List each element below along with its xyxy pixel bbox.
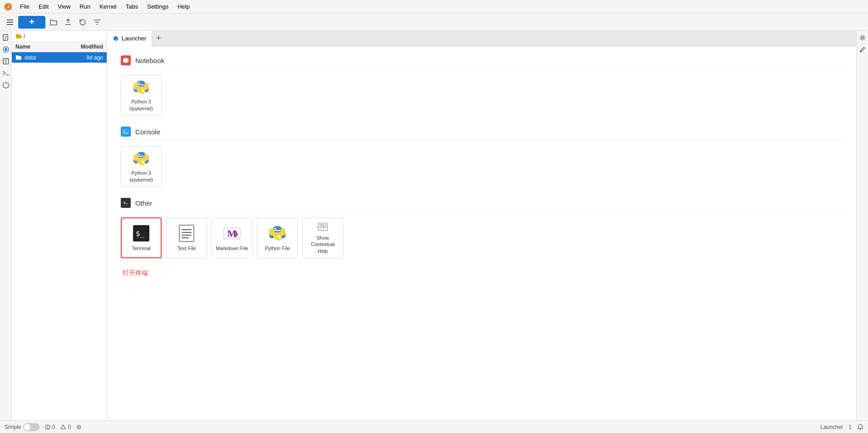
- warning-count: 0: [60, 424, 71, 430]
- contextual-help-item[interactable]: ? Show Contextual Help: [302, 217, 343, 258]
- markdown-launcher-icon: M: [223, 224, 241, 242]
- menu-edit[interactable]: Edit: [35, 2, 52, 11]
- mode-label: Simple: [5, 424, 21, 430]
- upload-button[interactable]: [62, 16, 74, 29]
- python-file-label: Python File: [265, 245, 290, 251]
- running-icon[interactable]: [1, 56, 11, 66]
- warning-count-value: 0: [68, 424, 71, 430]
- svg-text:?: ?: [325, 224, 327, 226]
- extension-icon[interactable]: [1, 80, 11, 90]
- console-icon: [123, 128, 129, 135]
- python3-notebook-label: Python 3(ipykernel): [129, 98, 153, 112]
- status-left: Simple 0 0: [5, 423, 82, 431]
- svg-rect-3: [7, 22, 13, 23]
- menu-settings[interactable]: Settings: [143, 2, 172, 11]
- launcher-content: Notebook Python 3(ipykernel): [107, 46, 856, 420]
- svg-rect-4: [7, 24, 13, 25]
- python3-console-item[interactable]: Python 3(ipykernel): [121, 146, 162, 187]
- console-section-title: Console: [135, 128, 160, 136]
- terminal-launcher-icon: $_: [132, 224, 150, 242]
- launcher-tab[interactable]: J Launcher: [107, 31, 152, 46]
- python3-notebook-item[interactable]: Python 3(ipykernel): [121, 75, 162, 116]
- right-sidebar: [856, 31, 868, 420]
- svg-rect-28: [319, 227, 326, 228]
- svg-point-7: [5, 48, 7, 51]
- python-console-icon: [132, 150, 150, 167]
- notebook-items: Python 3(ipykernel): [121, 75, 843, 116]
- column-name: Name: [15, 44, 30, 50]
- terminal-section-icon: [123, 200, 129, 206]
- annotation-text: 打开终端: [123, 269, 843, 277]
- status-bar: Simple 0 0 Launcher 1: [0, 420, 868, 433]
- menu-kernel[interactable]: Kernel: [96, 2, 120, 11]
- file-panel-header: Name Modified: [12, 42, 107, 52]
- contextual-help-launcher-icon: ?: [314, 221, 332, 232]
- files-icon[interactable]: [1, 33, 11, 43]
- svg-point-23: [274, 228, 276, 230]
- svg-text:J: J: [7, 5, 10, 10]
- sidebar-toggle-button[interactable]: [4, 16, 16, 29]
- column-modified: Modified: [81, 44, 103, 50]
- file-row-data[interactable]: data 8d ago: [12, 52, 107, 63]
- folder-icon-row: [15, 54, 22, 61]
- other-section-title: Other: [135, 199, 153, 207]
- menubar: J File Edit View Run Kernel Tabs Setting…: [0, 0, 868, 14]
- folder-icon: [15, 33, 22, 39]
- jupyterlab-logo: J: [4, 2, 13, 11]
- menu-help[interactable]: Help: [174, 2, 193, 11]
- kernel-count-label: 1: [848, 424, 852, 430]
- other-items: $_ Terminal Text File M: [121, 217, 843, 258]
- terminal-item[interactable]: $_ Terminal: [121, 217, 162, 258]
- other-section-icon: [121, 198, 131, 208]
- settings-right-button[interactable]: [858, 33, 868, 43]
- filter-button[interactable]: [91, 16, 104, 29]
- console-section-icon: [121, 127, 131, 137]
- contextual-help-label: Show Contextual Help: [306, 235, 339, 254]
- launcher-tab-icon: J: [113, 35, 119, 42]
- notebook-section-title: Notebook: [135, 57, 164, 64]
- mode-indicator: Simple: [5, 423, 39, 431]
- svg-text:M: M: [227, 228, 237, 239]
- text-file-label: Text File: [178, 245, 196, 251]
- svg-point-12: [138, 82, 140, 84]
- warning-icon: [60, 424, 66, 430]
- mode-toggle[interactable]: [23, 423, 39, 431]
- commands-icon[interactable]: [1, 68, 11, 78]
- markdown-file-label: Markdown File: [216, 245, 248, 251]
- svg-text:$_: $_: [136, 229, 145, 238]
- refresh-button[interactable]: [76, 16, 89, 29]
- menu-view[interactable]: View: [54, 2, 74, 11]
- menu-run[interactable]: Run: [76, 2, 94, 11]
- toolbar: +: [0, 14, 868, 31]
- status-right: Launcher 1: [820, 424, 863, 430]
- build-right-button[interactable]: [858, 44, 868, 54]
- open-folder-button[interactable]: [47, 16, 60, 29]
- filebrowser-icon[interactable]: [1, 44, 11, 54]
- svg-rect-26: [319, 224, 325, 225]
- new-tab-button[interactable]: +: [152, 32, 165, 45]
- svg-rect-2: [7, 20, 13, 20]
- menu-tabs[interactable]: Tabs: [122, 2, 142, 11]
- svg-point-15: [143, 162, 144, 164]
- markdown-file-item[interactable]: M Markdown File: [212, 217, 252, 258]
- svg-point-22: [236, 233, 237, 235]
- menu-file[interactable]: File: [16, 2, 33, 11]
- notebook-section-header: Notebook: [121, 55, 843, 69]
- notebook-icon: [123, 57, 129, 64]
- svg-point-31: [861, 37, 863, 39]
- notifications-icon[interactable]: [857, 424, 863, 430]
- file-browser-panel: / Name Modified data 8d ago: [12, 31, 107, 420]
- other-section-header: Other: [121, 198, 843, 211]
- path-separator: /: [24, 33, 25, 39]
- console-section-header: Console: [121, 127, 843, 140]
- svg-point-24: [279, 237, 281, 239]
- svg-point-13: [143, 91, 144, 93]
- notebook-section-icon: [121, 55, 131, 65]
- new-launcher-button[interactable]: +: [18, 16, 45, 29]
- python-file-item[interactable]: Python File: [257, 217, 298, 258]
- text-file-item[interactable]: Text File: [166, 217, 207, 258]
- error-count: 0: [45, 424, 55, 430]
- toggle-knob: [24, 424, 30, 430]
- svg-point-34: [79, 426, 80, 428]
- kernel-icon: [76, 424, 82, 430]
